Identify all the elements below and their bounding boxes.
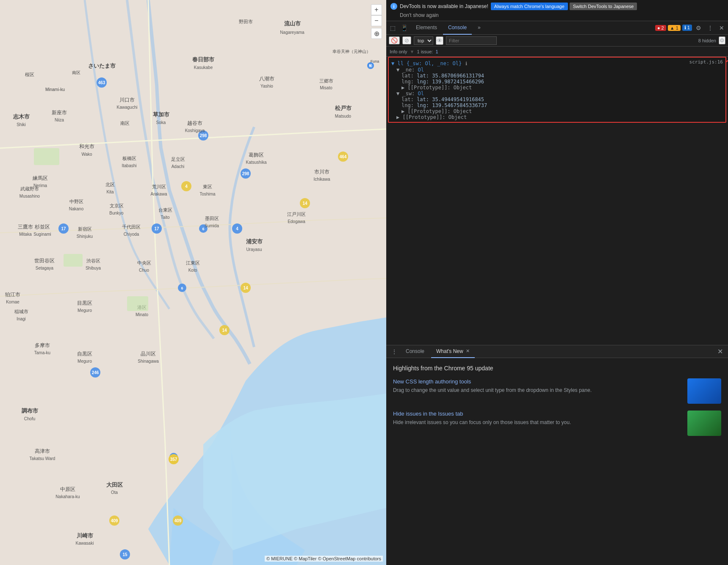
console-content-area: ▼ ll {_sw: Ol, _ne: Ol} ℹ script.js:16 ▼… [386,57,728,345]
svg-text:南区: 南区 [72,70,80,75]
settings-icon[interactable]: ⚙ [694,24,703,32]
whats-new-close-icon[interactable]: ✕ [466,348,470,354]
notification-text: DevTools is now available in Japanese! [400,3,488,9]
clear-console-button[interactable]: 🚫 [389,36,400,44]
context-selector[interactable]: top [414,36,433,45]
info-only-label[interactable]: Info only [390,49,407,54]
svg-text:Chofu: Chofu [24,416,36,421]
info-badge[interactable]: ℹ 1 [682,25,692,31]
eye-icon[interactable]: 👁 [436,36,443,45]
svg-text:Meguro: Meguro [78,308,92,313]
dots-menu-icon[interactable]: ⋮ [390,348,399,355]
svg-text:練馬区: 練馬区 [32,175,48,181]
svg-text:Misato: Misato [320,85,332,90]
issues-count-link[interactable]: 1 [435,49,438,54]
devtools-panel: i DevTools is now available in Japanese!… [386,0,728,565]
feature-title-issues[interactable]: Hide issues in the Issues tab [393,411,682,417]
svg-text:大田区: 大田区 [106,482,123,488]
svg-text:Shiki: Shiki [17,122,26,127]
switch-japanese-button[interactable]: Switch DevTools to Japanese [570,3,637,10]
warning-badge[interactable]: ▲ 1 [668,25,681,31]
tab-console-bottom[interactable]: Console [401,345,429,358]
svg-text:Toshima: Toshima [199,192,216,196]
svg-text:Kasukabe: Kasukabe [194,65,213,70]
svg-text:Nagareyama: Nagareyama [280,30,304,35]
svg-text:Katsushika: Katsushika [246,160,267,165]
console-source-link[interactable]: script.js:16 [685,59,723,65]
svg-text:298: 298 [200,133,207,138]
svg-text:Adachi: Adachi [172,164,185,169]
svg-text:江東区: 江東区 [186,260,200,265]
feature-card-issues: Hide issues in the Issues tab Hide irrel… [393,411,721,436]
close-bottom-panel-icon[interactable]: ✕ [717,347,725,356]
svg-text:和光市: 和光市 [79,143,94,149]
svg-rect-143 [64,254,83,267]
console-settings-icon[interactable]: ⚙ [719,36,725,44]
svg-text:14: 14 [302,201,307,206]
issues-count-text: 1 issue: [417,49,433,54]
svg-text:Urayasu: Urayasu [246,247,262,252]
svg-text:春日部市: 春日部市 [192,56,215,63]
svg-text:Musashino: Musashino [19,194,40,198]
device-toolbar-button[interactable]: 📱 [399,24,410,32]
svg-text:新座市: 新座市 [52,110,67,116]
match-language-button[interactable]: Always match Chrome's language [491,3,568,10]
svg-text:北区: 北区 [105,182,115,187]
svg-text:稲城市: 稲城市 [14,309,28,314]
svg-text:世田谷区: 世田谷区 [34,258,55,264]
svg-text:川口市: 川口市 [119,97,135,103]
feature-desc-issues: Hide irrelevant issues so you can focus … [393,419,682,426]
svg-text:Koto: Koto [188,268,197,273]
svg-text:6: 6 [181,286,183,290]
feature-title-css[interactable]: New CSS length authoring tools [393,378,682,385]
hidden-count: 8 hidden [698,38,716,43]
tab-console[interactable]: Console [443,21,472,35]
svg-text:松戸市: 松戸市 [335,105,352,111]
dont-show-again[interactable]: Don't show again [390,12,724,18]
feature-text-issues: Hide issues in the Issues tab Hide irrel… [393,411,682,426]
svg-text:高津市: 高津市 [35,448,50,454]
svg-text:流山市: 流山市 [284,20,301,27]
svg-text:Sumida: Sumida [205,223,219,228]
svg-text:浦安市: 浦安市 [246,238,263,245]
svg-text:Minato: Minato [136,312,148,317]
feature-text-css: New CSS length authoring tools Drag to c… [393,378,682,394]
tab-elements[interactable]: Elements [411,21,442,35]
svg-text:463: 463 [98,80,105,85]
feature-desc-css: Drag to change the unit value and select… [393,386,682,394]
console-filter-icon[interactable]: ⊘ [402,36,411,44]
filter-input[interactable] [446,36,497,45]
whats-new-content: Highlights from the Chrome 95 update New… [386,358,728,565]
feature-thumbnail-issues [687,411,721,436]
svg-text:4: 4 [185,184,188,189]
svg-text:Soka: Soka [156,120,166,125]
reset-north-button[interactable]: ⊕ [371,28,382,39]
svg-text:自黒区: 自黒区 [77,351,92,357]
svg-text:台東区: 台東区 [158,207,172,212]
svg-text:4: 4 [236,226,238,231]
close-devtools-icon[interactable]: ✕ [717,24,726,32]
svg-text:14: 14 [222,328,227,333]
svg-text:Chuo: Chuo [139,268,149,273]
svg-text:調布市: 調布市 [22,408,39,414]
svg-text:Taito: Taito [161,215,170,220]
svg-text:中央区: 中央区 [137,260,151,265]
more-options-icon[interactable]: ⋮ [705,24,715,32]
tab-whats-new[interactable]: What's New ✕ [431,345,475,358]
svg-text:Kawasaki: Kawasaki [76,541,94,546]
error-badge[interactable]: ● 2 [655,25,666,31]
svg-text:6: 6 [202,227,204,231]
zoom-out-button[interactable]: − [371,15,382,26]
svg-text:Shibuya: Shibuya [86,266,101,270]
svg-text:17: 17 [61,226,66,231]
zoom-in-button[interactable]: + [371,4,382,15]
svg-text:Kita: Kita [106,190,114,194]
toolbar-right: ● 2 ▲ 1 ℹ 1 ⚙ ⋮ ✕ [655,24,726,32]
tab-more[interactable]: » [473,21,486,35]
svg-text:Shinagawa: Shinagawa [138,359,159,364]
inspect-button[interactable]: ⬚ [388,24,398,32]
svg-text:Nakahara-ku: Nakahara-ku [55,494,80,499]
svg-text:野田市: 野田市 [239,19,253,24]
svg-text:Wako: Wako [81,152,92,157]
svg-text:杉並区: 杉並区 [34,224,50,230]
